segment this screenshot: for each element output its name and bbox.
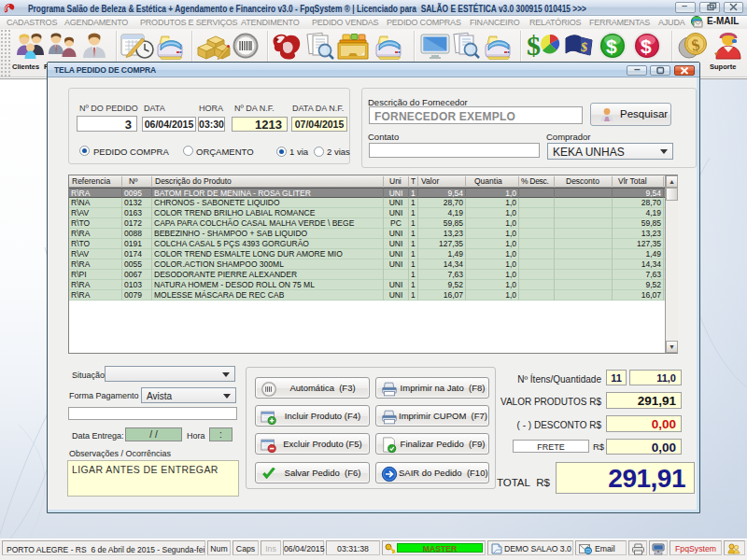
svg-text:$: $ (606, 35, 617, 57)
svg-text:$: $ (641, 35, 652, 57)
svg-text:$: $ (527, 31, 541, 61)
